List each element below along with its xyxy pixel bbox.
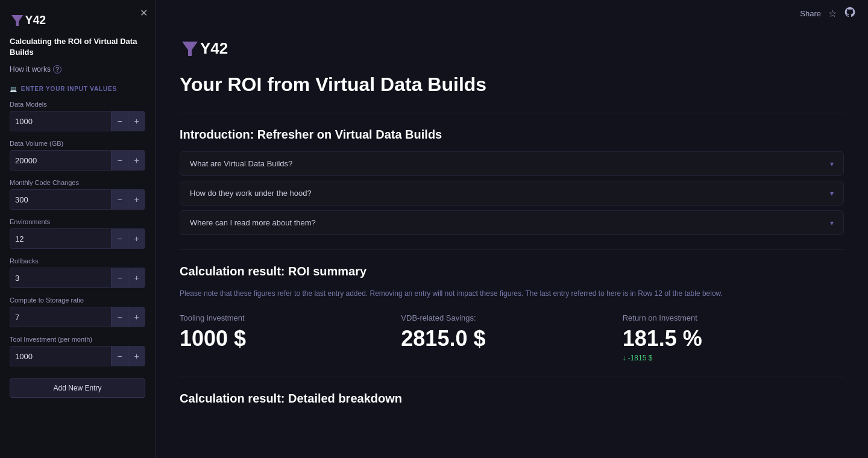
field-label-data-models: Data Models xyxy=(10,101,145,108)
field-label-compute-storage: Compute to Storage ratio xyxy=(10,296,145,304)
svg-marker-3 xyxy=(182,42,198,56)
field-compute-storage: Compute to Storage ratio − + xyxy=(0,294,155,333)
minus-button-compute-storage[interactable]: − xyxy=(111,307,128,327)
info-icon: ? xyxy=(53,65,61,74)
plus-button-data-models[interactable]: + xyxy=(128,111,145,131)
chevron-down-icon-1: ▾ xyxy=(830,189,834,198)
plus-button-compute-storage[interactable]: + xyxy=(128,307,145,327)
roi-metric-0: Tooling investment 1000 $ xyxy=(180,313,401,362)
input-row-rollbacks: − + xyxy=(10,268,145,288)
roi-metric-value-2: 181.5 % xyxy=(623,326,844,351)
input-row-data-models: − + xyxy=(10,111,145,131)
chevron-down-icon-2: ▾ xyxy=(830,219,834,227)
input-row-environments: − + xyxy=(10,228,145,249)
plus-button-data-volume[interactable]: + xyxy=(128,151,145,170)
roi-metric-value-0: 1000 $ xyxy=(180,326,401,351)
accordion-item-0: What are Virtual Data Builds? ▾ xyxy=(180,151,844,176)
add-new-entry-button[interactable]: Add New Entry xyxy=(10,378,145,398)
close-button[interactable]: ✕ xyxy=(140,7,148,19)
laptop-icon: 💻 xyxy=(10,86,17,92)
field-label-environments: Environments xyxy=(10,218,145,225)
roi-section-title: Calculation result: ROI summary xyxy=(180,265,844,278)
topbar: Share ☆ xyxy=(156,0,868,27)
sidebar-logo: Y42 xyxy=(0,0,155,36)
input-data-models[interactable] xyxy=(10,113,111,130)
minus-button-tool-investment[interactable]: − xyxy=(111,347,128,366)
star-icon[interactable]: ☆ xyxy=(828,8,837,19)
input-environments[interactable] xyxy=(10,230,111,248)
y42-logo-icon: Y42 xyxy=(10,12,46,29)
accordion-label-1: How do they work under the hood? xyxy=(190,189,312,198)
input-row-monthly-code: − + xyxy=(10,189,145,210)
share-button[interactable]: Share xyxy=(800,9,821,18)
svg-text:Y42: Y42 xyxy=(200,39,228,57)
input-data-volume[interactable] xyxy=(10,152,111,169)
input-rollbacks[interactable] xyxy=(10,269,111,287)
field-label-data-volume: Data Volume (GB) xyxy=(10,140,145,147)
github-icon[interactable] xyxy=(844,6,856,21)
field-monthly-code: Monthly Code Changes − + xyxy=(0,177,155,216)
plus-button-environments[interactable]: + xyxy=(128,229,145,248)
field-data-volume: Data Volume (GB) − + xyxy=(0,137,155,177)
field-environments: Environments − + xyxy=(0,216,155,255)
plus-button-rollbacks[interactable]: + xyxy=(128,268,145,287)
roi-metric-sub-2: ↓ -1815 $ xyxy=(623,354,844,362)
main-content: Y42 Your ROI from Virtual Data Builds In… xyxy=(156,27,868,430)
plus-button-tool-investment[interactable]: + xyxy=(128,347,145,366)
input-row-compute-storage: − + xyxy=(10,307,145,327)
field-data-models: Data Models − + xyxy=(0,98,155,137)
minus-button-data-volume[interactable]: − xyxy=(111,151,128,170)
input-row-data-volume: − + xyxy=(10,150,145,171)
roi-metric-label-2: Return on Investment xyxy=(623,313,844,322)
svg-text:Y42: Y42 xyxy=(25,13,46,27)
input-compute-storage[interactable] xyxy=(10,309,111,326)
main-logo-icon: Y42 xyxy=(180,39,228,58)
accordion-item-1: How do they work under the hood? ▾ xyxy=(180,181,844,205)
accordion-header-1[interactable]: How do they work under the hood? ▾ xyxy=(180,181,843,205)
input-monthly-code[interactable] xyxy=(10,191,111,209)
roi-metrics: Tooling investment 1000 $ VDB-related Sa… xyxy=(180,313,844,362)
accordion-header-0[interactable]: What are Virtual Data Builds? ▾ xyxy=(180,152,843,175)
sidebar-fields: Data Models − + Data Volume (GB) − + Mon… xyxy=(0,98,155,372)
roi-metric-1: VDB-related Savings: 2815.0 $ xyxy=(401,313,622,362)
divider-2 xyxy=(180,249,844,250)
how-it-works-link[interactable]: How it works ? xyxy=(0,63,155,81)
roi-metric-value-1: 2815.0 $ xyxy=(401,326,622,351)
minus-button-monthly-code[interactable]: − xyxy=(111,190,128,209)
chevron-down-icon-0: ▾ xyxy=(830,160,834,168)
minus-button-data-models[interactable]: − xyxy=(111,111,128,131)
minus-button-rollbacks[interactable]: − xyxy=(111,268,128,287)
field-tool-investment: Tool Investment (per month) − + xyxy=(0,333,155,372)
accordion-header-2[interactable]: Where can I read more about them? ▾ xyxy=(180,211,843,234)
accordion-label-2: Where can I read more about them? xyxy=(190,218,316,227)
sidebar: ✕ Y42 Calculating the ROI of Virtual Dat… xyxy=(0,0,156,458)
sidebar-title: Calculating the ROI of Virtual Data Buil… xyxy=(0,36,155,63)
field-label-rollbacks: Rollbacks xyxy=(10,257,145,265)
divider-1 xyxy=(180,113,844,113)
roi-metric-2: Return on Investment 181.5 % ↓ -1815 $ xyxy=(623,313,844,362)
section-header: 💻 ENTER YOUR INPUT VALUES xyxy=(0,81,155,98)
accordion-container: What are Virtual Data Builds? ▾ How do t… xyxy=(180,151,844,235)
svg-marker-0 xyxy=(11,15,24,26)
roi-metric-label-0: Tooling investment xyxy=(180,313,401,322)
input-row-tool-investment: − + xyxy=(10,346,145,366)
page-title: Your ROI from Virtual Data Builds xyxy=(180,73,844,96)
main-panel: Share ☆ Y42 Your ROI from Virtual Data B… xyxy=(156,0,868,458)
intro-section-title: Introduction: Refresher on Virtual Data … xyxy=(180,128,844,142)
accordion-label-0: What are Virtual Data Builds? xyxy=(190,159,292,168)
roi-metric-label-1: VDB-related Savings: xyxy=(401,313,622,322)
divider-3 xyxy=(180,377,844,377)
plus-button-monthly-code[interactable]: + xyxy=(128,190,145,209)
breakdown-title: Calculation result: Detailed breakdown xyxy=(180,392,844,406)
accordion-item-2: Where can I read more about them? ▾ xyxy=(180,210,844,235)
arrow-down-icon: ↓ xyxy=(623,354,626,362)
field-label-tool-investment: Tool Investment (per month) xyxy=(10,336,145,343)
input-tool-investment[interactable] xyxy=(10,348,111,365)
field-label-monthly-code: Monthly Code Changes xyxy=(10,179,145,186)
field-rollbacks: Rollbacks − + xyxy=(0,255,155,294)
roi-summary-note: Please note that these figures refer to … xyxy=(180,288,844,299)
main-logo: Y42 xyxy=(180,39,844,61)
minus-button-environments[interactable]: − xyxy=(111,229,128,248)
